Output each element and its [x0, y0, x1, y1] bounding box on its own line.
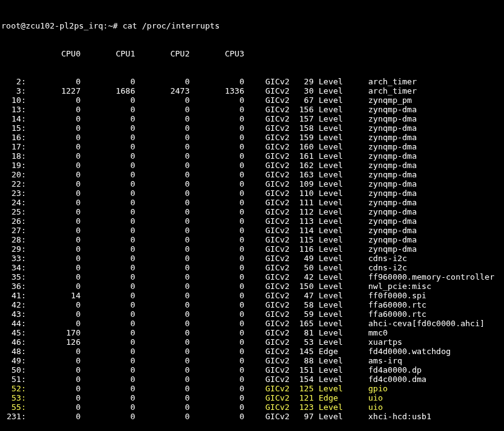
cpu0-count: 0	[26, 319, 81, 328]
chip: GICv2	[265, 365, 294, 375]
irq-name: ffa60000.rtc	[368, 300, 427, 309]
cpu1-count: 0	[81, 263, 135, 272]
irq-row: 22:0000GICv2109 Levelzynqmp-dma	[1, 179, 504, 189]
irq-name: arch_timer	[368, 77, 417, 86]
cpu1-count: 0	[81, 151, 135, 161]
chip: GICv2	[265, 198, 294, 207]
cpu1-count: 0	[81, 393, 135, 402]
chip: GICv2	[265, 207, 294, 216]
cpu1-count: 0	[81, 365, 135, 375]
irq-number: 14:	[1, 114, 26, 123]
cpu0-count: 1227	[26, 86, 81, 96]
irq-number: 49:	[1, 356, 26, 365]
irq-row: 27:0000GICv2114 Levelzynqmp-dma	[1, 226, 504, 235]
chip: GICv2	[265, 244, 294, 254]
cpu3-count: 0	[190, 309, 244, 319]
cpu3-count: 0	[190, 133, 244, 142]
cpu2-count: 0	[135, 375, 190, 384]
irq-number: 26:	[1, 216, 26, 226]
chip: GICv2	[265, 319, 294, 328]
irq-row: 2:0000GICv229 Levelarch_timer	[1, 77, 504, 86]
cpu3-count: 0	[190, 105, 244, 114]
irq-name: ahci-ceva[fd0c0000.ahci]	[368, 319, 485, 328]
cpu1-count: 0	[81, 179, 135, 189]
irq-name: gpio	[368, 384, 387, 393]
cpu0-count: 0	[26, 170, 81, 179]
cpu1-count: 0	[81, 328, 135, 337]
header-row: CPU0CPU1CPU2CPU3	[1, 49, 504, 58]
header-cpu2: CPU2	[135, 49, 190, 58]
irq-row: 26:0000GICv2113 Levelzynqmp-dma	[1, 216, 504, 226]
cpu1-count: 0	[81, 77, 135, 86]
chip: GICv2	[265, 282, 294, 291]
cpu2-count: 0	[135, 77, 190, 86]
irq-name: arch_timer	[368, 86, 417, 96]
cpu0-count: 0	[26, 365, 81, 375]
hwirq: 163	[294, 170, 314, 179]
hwirq: 154	[294, 375, 314, 384]
irq-row: 17:0000GICv2160 Levelzynqmp-dma	[1, 142, 504, 151]
cpu0-count: 0	[26, 375, 81, 384]
hwirq: 81	[294, 328, 314, 337]
trigger: Level	[319, 151, 368, 161]
irq-number: 10:	[1, 96, 26, 105]
irq-row: 41:14000GICv247 Levelff0f0000.spi	[1, 291, 504, 300]
cpu2-count: 0	[135, 235, 190, 244]
irq-number: 19:	[1, 161, 26, 170]
cpu0-count: 0	[26, 244, 81, 254]
cpu2-count: 0	[135, 319, 190, 328]
hwirq: 158	[294, 123, 314, 133]
irq-name: zynqmp-dma	[368, 226, 417, 235]
cpu3-count: 0	[190, 328, 244, 337]
trigger: Level	[319, 365, 368, 375]
cpu3-count: 0	[190, 365, 244, 375]
irq-number: 44:	[1, 319, 26, 328]
cpu0-count: 0	[26, 402, 81, 412]
cpu0-count: 0	[26, 272, 81, 282]
irq-number: 13:	[1, 105, 26, 114]
cpu3-count: 0	[190, 114, 244, 123]
cpu1-count: 0	[81, 235, 135, 244]
irq-name: zynqmp-dma	[368, 216, 417, 226]
irq-name: uio	[368, 393, 382, 402]
irq-name: zynqmp-dma	[368, 114, 417, 123]
trigger: Level	[319, 179, 368, 189]
irq-number: 17:	[1, 142, 26, 151]
irq-row: 52:0000GICv2125 Levelgpio	[1, 384, 504, 393]
irq-number: 27:	[1, 226, 26, 235]
cpu3-count: 0	[190, 151, 244, 161]
cpu0-count: 0	[26, 384, 81, 393]
cpu1-count: 0	[81, 272, 135, 282]
trigger: Level	[319, 161, 368, 170]
irq-number: 53:	[1, 393, 26, 402]
cpu2-count: 0	[135, 300, 190, 309]
trigger: Edge	[319, 347, 368, 356]
irq-row: 25:0000GICv2112 Levelzynqmp-dma	[1, 207, 504, 216]
irq-number: 35:	[1, 272, 26, 282]
cpu3-count: 0	[190, 263, 244, 272]
cpu1-count: 0	[81, 244, 135, 254]
hwirq: 47	[294, 291, 314, 300]
hwirq: 110	[294, 189, 314, 198]
cpu1-count: 0	[81, 282, 135, 291]
cpu2-count: 0	[135, 133, 190, 142]
irq-row: 24:0000GICv2111 Levelzynqmp-dma	[1, 198, 504, 207]
trigger: Level	[319, 282, 368, 291]
irq-number: 33:	[1, 254, 26, 263]
cpu3-count: 0	[190, 142, 244, 151]
trigger: Level	[319, 235, 368, 244]
irq-name: zynqmp-dma	[368, 161, 417, 170]
cpu3-count: 0	[190, 254, 244, 263]
cpu2-count: 0	[135, 384, 190, 393]
cpu2-count: 0	[135, 263, 190, 272]
chip: GICv2	[265, 402, 294, 412]
cpu1-count: 0	[81, 309, 135, 319]
trigger: Level	[319, 337, 368, 347]
irq-name: nwl_pcie:misc	[368, 282, 431, 291]
cpu2-count: 0	[135, 226, 190, 235]
hwirq: 114	[294, 226, 314, 235]
trigger: Level	[319, 226, 368, 235]
cpu0-count: 0	[26, 105, 81, 114]
irq-name: zynqmp-dma	[368, 207, 417, 216]
irq-number: 48:	[1, 347, 26, 356]
